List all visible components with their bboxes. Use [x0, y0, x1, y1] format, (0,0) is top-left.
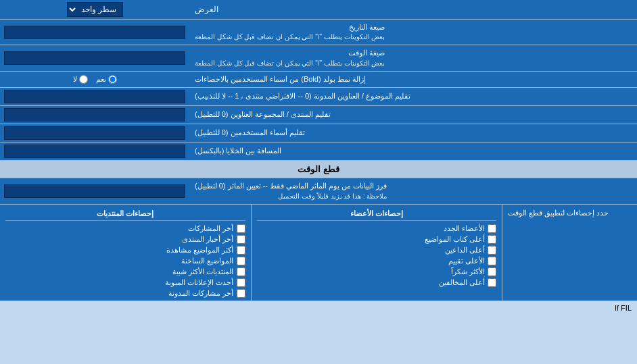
date-format-row: صيغة التاريخ بعض التكوينات يتطلب "/" الت… [0, 20, 637, 45]
display-row: العرض سطر واحدسطرينثلاثة أسطر [0, 0, 637, 20]
cell-spacing-input[interactable]: 2 [4, 145, 185, 158]
checkbox-item: أعلى الداعين [257, 246, 497, 255]
checkbox-top-violators[interactable] [488, 278, 496, 287]
checkbox-item: الأكثر شكراً [257, 267, 497, 276]
forum-group-input-container: 33 [0, 106, 189, 124]
checkbox-item: أكثر المواضيع مشاهدة [5, 246, 245, 255]
cutoff-row: فرز البيانات من يوم الماثر الماضي فقط --… [0, 178, 637, 204]
main-container: العرض سطر واحدسطرينثلاثة أسطر صيغة التار… [0, 0, 637, 315]
checkbox-top-rated[interactable] [488, 257, 496, 265]
checkbox-col-forums: إحصاءات المنتديات أخر المشاركات أخر أخبا… [0, 205, 252, 301]
topic-address-input-container: 33 [0, 88, 189, 105]
radio-yes-label[interactable]: نعم [96, 75, 117, 84]
topic-address-input[interactable]: 33 [4, 90, 185, 103]
checkbox-item: المنتديات الأكثر شبية [5, 267, 245, 276]
topic-address-label: تقليم الموضوع / العناوين المدونة (0 -- ا… [189, 88, 637, 105]
checkbox-columns: إحصاءات الأعضاء الأعضاء الجدد أعلى كتاب … [0, 205, 502, 301]
checkbox-item: أعلى كتاب المواضيع [257, 235, 497, 244]
cutoff-input-container: 0 [0, 178, 189, 203]
stats-limit-label: حدد إحصاءات لتطبيق قطع الوقت [502, 205, 637, 301]
radio-yes[interactable] [108, 75, 117, 84]
date-format-input-container: d-m [0, 20, 189, 45]
date-format-input[interactable]: d-m [4, 26, 185, 39]
forum-group-input[interactable]: 33 [4, 108, 185, 122]
checkbox-item: أخر مشاركات المدونة [5, 289, 245, 298]
checkbox-latest-news[interactable] [237, 235, 245, 244]
cutoff-input[interactable]: 0 [4, 184, 185, 198]
stats-section: حدد إحصاءات لتطبيق قطع الوقت إحصاءات الأ… [0, 205, 637, 301]
checkbox-item: المواضيع الساخنة [5, 257, 245, 265]
time-format-input-container: H:i [0, 45, 189, 70]
checkbox-item: أحدث الإعلانات المبوبة [5, 278, 245, 287]
checkbox-new-members[interactable] [488, 224, 496, 233]
cell-spacing-input-container: 2 [0, 142, 189, 160]
time-format-input[interactable]: H:i [4, 51, 185, 65]
date-format-label: صيغة التاريخ بعض التكوينات يتطلب "/" الت… [189, 20, 637, 45]
bold-username-options: نعم لا [0, 72, 189, 86]
forum-group-row: تقليم المنتدى / المجموعة العناوين (0 للت… [0, 106, 637, 124]
checkbox-latest-posts[interactable] [237, 224, 245, 233]
checkbox-item: أعلى المخالفين [257, 278, 497, 287]
cutoff-section-header: قطع الوقت [0, 161, 637, 178]
display-label: العرض [189, 1, 637, 18]
bottom-bar: If FIL [0, 301, 637, 315]
checkbox-col-members: إحصاءات الأعضاء الأعضاء الجدد أعلى كتاب … [252, 205, 502, 301]
username-limit-label: تقليم أسماء المستخدمين (0 للتطبيل) [189, 124, 637, 142]
username-limit-row: تقليم أسماء المستخدمين (0 للتطبيل) 0 [0, 124, 637, 142]
checkbox-most-forums[interactable] [237, 267, 245, 276]
checkbox-item: الأعلى تقييم [257, 257, 497, 265]
checkbox-hot-topics[interactable] [237, 257, 245, 265]
checkbox-most-thanked[interactable] [488, 267, 496, 276]
topic-address-row: تقليم الموضوع / العناوين المدونة (0 -- ا… [0, 88, 637, 106]
checkbox-top-inviters[interactable] [488, 246, 496, 255]
cutoff-label: فرز البيانات من يوم الماثر الماضي فقط --… [189, 178, 637, 203]
checkbox-most-viewed[interactable] [237, 246, 245, 255]
time-format-row: صيغة الوقت بعض التكوينات يتطلب "/" التي … [0, 45, 637, 71]
display-select[interactable]: سطر واحدسطرينثلاثة أسطر [67, 2, 123, 17]
bold-username-label: إزالة نمط بولد (Bold) من اسماء المستخدمي… [189, 72, 637, 87]
radio-no[interactable] [79, 75, 88, 84]
username-limit-input[interactable]: 0 [4, 126, 185, 140]
checkbox-item: أخر المشاركات [5, 224, 245, 233]
time-format-label: صيغة الوقت بعض التكوينات يتطلب "/" التي … [189, 45, 637, 70]
checkbox-latest-classifieds[interactable] [237, 278, 245, 287]
checkbox-item: الأعضاء الجدد [257, 224, 497, 233]
bold-username-row: إزالة نمط بولد (Bold) من اسماء المستخدمي… [0, 72, 637, 88]
username-limit-input-container: 0 [0, 124, 189, 142]
checkbox-item: أخر أخبار المنتدى [5, 235, 245, 244]
cell-spacing-label: المسافة بين الخلايا (بالبكسل) [189, 142, 637, 160]
radio-no-label[interactable]: لا [73, 75, 88, 84]
checkbox-top-topic-writers[interactable] [488, 235, 496, 244]
display-select-container: سطر واحدسطرينثلاثة أسطر [0, 0, 189, 19]
forum-group-label: تقليم المنتدى / المجموعة العناوين (0 للت… [189, 106, 637, 124]
checkbox-latest-blog[interactable] [237, 289, 245, 298]
cell-spacing-row: المسافة بين الخلايا (بالبكسل) 2 [0, 142, 637, 161]
